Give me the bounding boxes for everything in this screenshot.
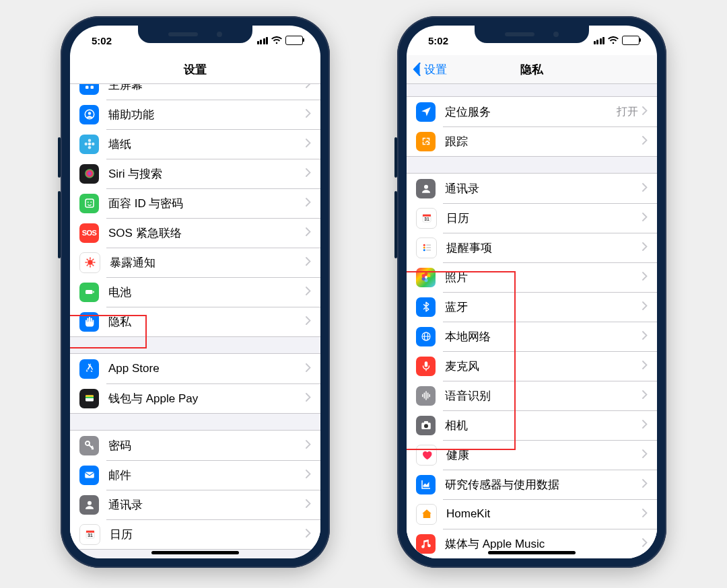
contacts-icon — [416, 179, 436, 198]
screen: 5:02 设置 隐私 定位服务 打开 跟踪 通讯录 31 日历 — [407, 26, 657, 558]
row-label: HomeKit — [446, 507, 642, 521]
row-home-screen[interactable]: 主屏幕 — [70, 84, 320, 100]
svg-rect-42 — [426, 245, 431, 246]
row-camera[interactable]: 相机 — [407, 410, 657, 440]
row-siri[interactable]: Siri 与搜索 — [70, 159, 320, 188]
row-faceid[interactable]: 面容 ID 与密码 — [70, 188, 320, 218]
location-icon — [416, 102, 436, 122]
svg-rect-28 — [85, 397, 94, 398]
chevron-right-icon — [642, 242, 648, 254]
calendar-icon: 31 — [416, 208, 437, 229]
svg-point-6 — [88, 143, 91, 146]
row-sos[interactable]: SOS SOS 紧急联络 — [70, 218, 320, 248]
chevron-right-icon — [642, 390, 648, 402]
row-mail[interactable]: 邮件 — [70, 460, 320, 490]
row-location[interactable]: 定位服务 打开 — [407, 97, 657, 126]
row-photos[interactable]: 照片 — [407, 262, 657, 292]
row-wallet[interactable]: 钱包与 Apple Pay — [70, 383, 320, 413]
virus-icon — [79, 252, 100, 273]
battery-icon — [285, 36, 303, 45]
row-value: 打开 — [617, 105, 638, 119]
row-localnet[interactable]: 本地网络 — [407, 322, 657, 351]
row-label: 本地网络 — [445, 329, 642, 344]
svg-line-22 — [92, 259, 94, 260]
svg-rect-44 — [426, 250, 431, 251]
chevron-right-icon — [306, 469, 311, 481]
svg-line-23 — [86, 264, 88, 266]
row-label: App Store — [108, 362, 306, 375]
home-indicator[interactable] — [151, 551, 239, 554]
svg-rect-25 — [93, 291, 94, 293]
chevron-right-icon — [306, 108, 311, 120]
battery-icon — [622, 36, 639, 45]
mail-icon — [79, 466, 99, 485]
photos-icon — [416, 268, 436, 287]
chevron-right-icon — [642, 330, 648, 342]
row-label: 日历 — [446, 211, 642, 226]
hand-icon — [79, 312, 99, 332]
row-label: 麦克风 — [445, 359, 642, 374]
notch — [475, 26, 589, 43]
row-label: 跟踪 — [445, 134, 642, 149]
chevron-right-icon — [306, 528, 311, 540]
privacy-content[interactable]: 定位服务 打开 跟踪 通讯录 31 日历 提醒事项 照片 蓝牙 本地网络 麦克风… — [407, 84, 657, 558]
row-label: 电池 — [108, 285, 306, 300]
chevron-right-icon — [306, 316, 311, 328]
chevron-right-icon — [642, 508, 648, 520]
row-tracking[interactable]: 跟踪 — [407, 126, 657, 156]
row-microphone[interactable]: 麦克风 — [407, 351, 657, 381]
chevron-right-icon — [642, 301, 648, 313]
chevron-right-icon — [306, 499, 311, 511]
chevron-right-icon — [306, 439, 311, 451]
settings-group: 定位服务 打开 跟踪 — [407, 96, 657, 157]
row-label: 邮件 — [108, 468, 306, 483]
row-contacts2[interactable]: 通讯录 — [70, 490, 320, 519]
row-label: 通讯录 — [108, 497, 306, 513]
svg-point-40 — [423, 247, 425, 249]
back-label: 设置 — [424, 62, 447, 77]
reminders-icon — [416, 237, 437, 258]
row-health[interactable]: 健康 — [407, 440, 657, 470]
page-title: 隐私 — [520, 62, 543, 77]
row-speech[interactable]: 语音识别 — [407, 381, 657, 410]
row-label: 定位服务 — [445, 104, 617, 120]
row-passwords[interactable]: 密码 — [70, 431, 320, 460]
row-contacts[interactable]: 通讯录 — [407, 174, 657, 203]
row-accessibility[interactable]: 辅助功能 — [70, 100, 320, 129]
settings-content[interactable]: 主屏幕 辅助功能 墙纸 Siri 与搜索 面容 ID 与密码 SOS SOS 紧… — [70, 84, 320, 558]
svg-point-8 — [88, 146, 91, 149]
back-button[interactable]: 设置 — [412, 62, 447, 77]
row-bluetooth[interactable]: 蓝牙 — [407, 292, 657, 322]
home-indicator[interactable] — [488, 551, 576, 554]
svg-point-7 — [88, 139, 91, 143]
row-calendar[interactable]: 31 日历 — [407, 203, 657, 233]
svg-rect-30 — [85, 472, 94, 478]
row-wallpaper[interactable]: 墙纸 — [70, 129, 320, 159]
row-reminders[interactable]: 提醒事项 — [407, 233, 657, 262]
row-research[interactable]: 研究传感器与使用数据 — [407, 470, 657, 499]
heart-icon — [416, 445, 437, 466]
person-circle-icon — [79, 105, 99, 124]
row-appstore[interactable]: App Store — [70, 354, 320, 383]
chevron-right-icon — [642, 449, 648, 461]
row-label: Siri 与搜索 — [108, 166, 306, 182]
battery-icon — [79, 283, 99, 302]
phone-privacy: 5:02 设置 隐私 定位服务 打开 跟踪 通讯录 31 日历 — [397, 16, 666, 568]
row-privacy[interactable]: 隐私 — [70, 307, 320, 336]
svg-point-5 — [88, 112, 91, 115]
chevron-right-icon — [642, 135, 648, 147]
row-homekit[interactable]: HomeKit — [407, 499, 657, 529]
chevron-left-icon — [412, 63, 421, 76]
wifi-icon — [271, 36, 282, 44]
row-label: 隐私 — [108, 314, 306, 330]
wifi-icon — [608, 36, 619, 44]
row-exposure[interactable]: 暴露通知 — [70, 248, 320, 277]
row-battery[interactable]: 电池 — [70, 277, 320, 307]
row-calendar2[interactable]: 31 日历 — [70, 519, 320, 549]
row-label: 辅助功能 — [108, 107, 306, 122]
chevron-right-icon — [642, 360, 648, 372]
cellular-icon — [257, 37, 269, 44]
row-label: 相机 — [445, 418, 642, 433]
svg-rect-55 — [424, 361, 427, 367]
row-label: 密码 — [108, 438, 306, 453]
